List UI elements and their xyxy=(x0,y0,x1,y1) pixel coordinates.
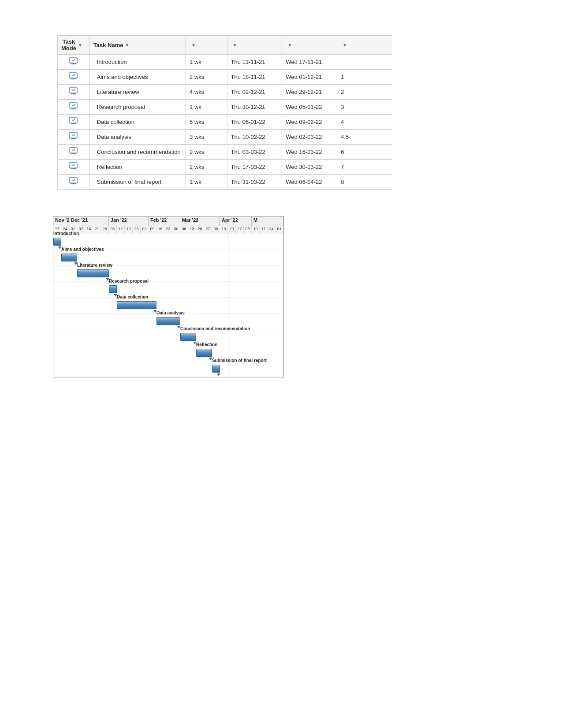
task-mode-icon xyxy=(69,177,78,185)
task-mode-cell xyxy=(58,100,90,115)
today-line xyxy=(228,234,228,377)
gantt-bar-container: Conclusion and recommendation xyxy=(180,333,196,341)
duration-cell: 1 wk xyxy=(186,100,227,115)
task-name-cell: Data analysis xyxy=(89,130,186,145)
duration-cell: 2 wks xyxy=(186,160,227,175)
gantt-body: IntroductionAims and objectivesLiteratur… xyxy=(53,234,283,377)
gantt-bar xyxy=(77,269,109,277)
sort-arrow-duration: ▼ xyxy=(191,43,196,48)
task-mode-icon xyxy=(69,102,78,110)
sort-arrow-predecessors: ▼ xyxy=(342,43,347,48)
gantt-month-label: Apr '22 xyxy=(220,217,252,226)
gantt-date-cell: 28 xyxy=(101,226,109,234)
task-mode-cell xyxy=(58,55,90,70)
task-name-cell: Research proposal xyxy=(89,100,186,115)
svg-rect-22 xyxy=(71,168,76,169)
task-mode-cell xyxy=(58,130,90,145)
finish-cell: Wed 01-12-21 xyxy=(282,70,337,85)
gantt-task-row: Research proposal xyxy=(53,282,283,298)
gantt-bar-label: Data collection xyxy=(117,295,148,299)
col-header-start[interactable]: ▼ xyxy=(227,36,282,55)
pred-cell: 4 xyxy=(337,115,392,130)
gantt-date-cell: 13 xyxy=(220,226,228,234)
sort-arrow-task-name: ▼ xyxy=(125,43,129,48)
gantt-bar-container: Data analysis xyxy=(156,317,180,325)
gantt-date-cell: 17 xyxy=(260,226,268,234)
task-name-cell: Conclusion and recommendation xyxy=(89,145,186,160)
svg-rect-1 xyxy=(71,63,76,64)
gantt-bar xyxy=(156,317,180,325)
finish-cell: Wed 30-03-22 xyxy=(282,160,337,175)
pred-cell: 2 xyxy=(337,85,392,100)
gantt-bar xyxy=(53,238,61,246)
gantt-bar-label: Literature review xyxy=(77,263,112,268)
gantt-bar xyxy=(180,333,196,341)
gantt-date-cell: 27 xyxy=(204,226,212,234)
gantt-bar xyxy=(212,365,220,373)
gantt-task-row: Conclusion and recommendation xyxy=(53,329,283,345)
task-name-cell: Aims and objectives xyxy=(89,70,186,85)
table-row: Conclusion and recommendation2 wksThu 03… xyxy=(58,145,392,160)
duration-cell: 4 wks xyxy=(186,85,227,100)
table-row: Aims and objectives2 wksThu 18-11-21Wed … xyxy=(58,70,392,85)
gantt-bar-container: Introduction xyxy=(53,238,61,246)
gantt-month-label: Mar '22 xyxy=(180,217,220,226)
table-row: Data analysis3 wksThu 10-02-22Wed 02-03-… xyxy=(58,130,392,145)
finish-cell: Wed 05-01-22 xyxy=(282,100,337,115)
gantt-month-label: M xyxy=(252,217,283,226)
task-mode-icon xyxy=(69,117,78,125)
gantt-date-cell: 14 xyxy=(85,226,93,234)
task-mode-icon xyxy=(69,132,78,140)
pred-cell: 3 xyxy=(337,100,392,115)
gantt-month-label: Dec '21 xyxy=(69,217,109,226)
start-cell: Thu 17-03-22 xyxy=(227,160,282,175)
finish-cell: Wed 16-03-22 xyxy=(282,145,337,160)
task-mode-cell xyxy=(58,175,90,190)
task-mode-cell xyxy=(58,160,90,175)
gantt-bar-label: Submission of final report xyxy=(212,358,267,363)
col-header-duration[interactable]: ▼ xyxy=(186,36,227,55)
gantt-date-cell: 19 xyxy=(125,226,133,234)
col-header-task-name[interactable]: Task Name ▼ xyxy=(89,36,186,55)
gantt-date-cell: 20 xyxy=(228,226,236,234)
sort-arrow-finish: ▼ xyxy=(287,43,292,48)
gantt-month-label: Feb '22 xyxy=(149,217,180,226)
pred-cell xyxy=(337,55,392,70)
svg-rect-16 xyxy=(71,138,76,139)
col-header-predecessors[interactable]: ▼ xyxy=(337,36,392,55)
gantt-dates-row: 1724310714212805121926020916233006132027… xyxy=(53,226,283,234)
gantt-bar-label: Data analysis xyxy=(156,310,185,315)
duration-cell: 1 wk xyxy=(186,175,227,190)
finish-cell: Wed 17-11-21 xyxy=(282,55,337,70)
svg-rect-7 xyxy=(71,93,76,94)
gantt-date-cell: 02 xyxy=(141,226,149,234)
duration-cell: 5 wks xyxy=(186,115,227,130)
table-row: Reflection2 wksThu 17-03-22Wed 30-03-227 xyxy=(58,160,392,175)
gantt-date-cell: 26 xyxy=(133,226,141,234)
gantt-bar xyxy=(117,301,156,309)
start-cell: Thu 06-01-22 xyxy=(227,115,282,130)
col-header-finish[interactable]: ▼ xyxy=(282,36,337,55)
gantt-bar-label: Introduction xyxy=(53,231,79,236)
svg-rect-25 xyxy=(71,183,76,184)
duration-cell: 2 wks xyxy=(186,145,227,160)
svg-rect-13 xyxy=(71,123,76,124)
task-name-cell: Introduction xyxy=(89,55,186,70)
gantt-date-cell: 06 xyxy=(180,226,188,234)
gantt-chart: Nov '21Dec '21Jan '22Feb '22Mar '22Apr '… xyxy=(53,216,284,377)
gantt-date-cell: 03 xyxy=(244,226,252,234)
table-row: Introduction1 wkThu 11-11-21Wed 17-11-21 xyxy=(58,55,392,70)
gantt-bar-label: Reflection xyxy=(196,342,217,347)
task-mode-icon xyxy=(69,72,78,80)
gantt-bar xyxy=(196,349,212,357)
gantt-date-cell: 23 xyxy=(164,226,172,234)
gantt-bar xyxy=(61,254,77,261)
task-mode-icon xyxy=(69,147,78,155)
duration-cell: 1 wk xyxy=(186,55,227,70)
finish-cell: Wed 09-02-22 xyxy=(282,115,337,130)
gantt-bar-label: Aims and objectives xyxy=(61,247,104,252)
pred-cell: 1 xyxy=(337,70,392,85)
task-mode-icon xyxy=(69,57,78,65)
col-header-task-mode[interactable]: TaskMode ▼ xyxy=(58,36,90,55)
start-cell: Thu 10-02-22 xyxy=(227,130,282,145)
